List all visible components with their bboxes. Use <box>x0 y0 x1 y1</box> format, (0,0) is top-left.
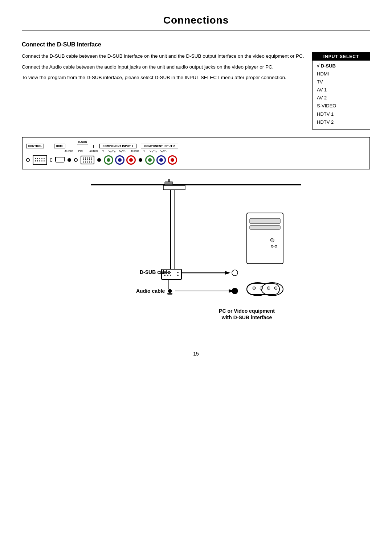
svg-rect-25 <box>250 218 280 223</box>
paragraph-3: To view the program from the D-SUB inter… <box>22 74 305 82</box>
paragraph-1: Connect the D-SUB cable between the D-SU… <box>22 52 305 60</box>
svg-rect-2 <box>163 185 185 190</box>
input-select-box: INPUT SELECT D-SUB HDMI TV AV 1 AV 2 S-V… <box>312 52 370 130</box>
page-title: Connections <box>22 15 370 26</box>
svg-point-33 <box>260 287 263 290</box>
component2-group <box>145 155 177 165</box>
svg-text:PC or Video equipment: PC or Video equipment <box>219 308 275 314</box>
panel-label-component1: COMPONENT INPUT 1 <box>99 144 137 148</box>
input-select-item-av2[interactable]: AV 2 <box>317 94 366 102</box>
section-heading: Connect the D-SUB Interface <box>22 41 370 48</box>
diagram-area: D-SUB cable Audio cable <box>22 177 370 329</box>
svg-point-32 <box>253 287 256 290</box>
connector-circle-2 <box>74 158 78 162</box>
diagram-inner: D-SUB cable Audio cable <box>69 177 323 329</box>
back-panel: CONTROL Hdmi D-SUB COMPONENT INPUT 1 COM… <box>22 137 370 169</box>
content-area: Connect the D-SUB cable between the D-SU… <box>22 52 370 130</box>
connector-control <box>33 155 47 165</box>
input-select-item-tv[interactable]: TV <box>317 78 366 86</box>
input-select-item-hdtv1[interactable]: HDTV 1 <box>317 110 366 118</box>
connector-row <box>26 155 366 165</box>
svg-point-27 <box>270 238 274 242</box>
panel-label-hdmi: Hdmi <box>54 144 65 148</box>
svg-point-29 <box>275 245 277 247</box>
input-select-header: INPUT SELECT <box>313 53 370 61</box>
rca-green-2 <box>145 155 155 165</box>
component1-group <box>104 155 136 165</box>
connector-dot2 <box>97 158 101 162</box>
rca-blue-2 <box>156 155 166 165</box>
svg-rect-42 <box>165 182 173 185</box>
rca-blue-1 <box>115 155 124 165</box>
svg-text:Audio cable: Audio cable <box>136 288 165 294</box>
rca-red-1 <box>126 155 136 165</box>
svg-point-14 <box>177 275 179 276</box>
diagram-svg: D-SUB cable Audio cable <box>69 177 323 329</box>
connector-control-circle <box>26 158 30 162</box>
main-text: Connect the D-SUB cable between the D-SU… <box>22 52 305 130</box>
svg-point-13 <box>177 272 179 273</box>
page-number: 15 <box>22 351 370 357</box>
svg-rect-1 <box>91 185 301 185</box>
paragraph-2: Connect the Audio cable between the audi… <box>22 63 305 71</box>
title-divider <box>22 30 370 30</box>
rca-green-1 <box>104 155 113 165</box>
rca-red-2 <box>168 155 177 165</box>
panel-label-dsub: D-SUB <box>72 140 94 148</box>
panel-label-control: CONTROL <box>26 144 44 148</box>
svg-rect-20 <box>167 293 172 295</box>
input-select-item-av1[interactable]: AV 1 <box>317 86 366 94</box>
svg-point-19 <box>168 289 172 293</box>
input-select-item-dsub[interactable]: D-SUB <box>317 62 366 70</box>
svg-rect-0 <box>91 184 301 185</box>
svg-point-37 <box>232 270 238 276</box>
connector-dot3 <box>139 158 142 162</box>
panel-sublabels: AUDIO PIC AUDIO Y Cb/Pb Cr/Pr AUDIO Y Cb… <box>26 149 366 153</box>
input-select-item-hdtv2[interactable]: HDTV 2 <box>317 118 366 126</box>
panel-label-component2: COMPONENT INPUT 2 <box>141 144 178 148</box>
svg-point-35 <box>274 287 277 290</box>
svg-marker-16 <box>225 271 230 275</box>
connector-small-rect <box>50 158 52 162</box>
svg-point-34 <box>267 287 270 290</box>
svg-text:D-SUB cable: D-SUB cable <box>140 269 170 275</box>
svg-point-28 <box>271 245 273 247</box>
input-select-item-svideo[interactable]: S-VIDEO <box>317 102 366 110</box>
connector-dot <box>68 158 71 162</box>
connector-hdmi <box>55 157 65 163</box>
svg-point-38 <box>232 288 238 294</box>
svg-rect-26 <box>250 226 280 229</box>
input-select-item-hdmi[interactable]: HDMI <box>317 70 366 78</box>
connector-vga-audio <box>81 156 94 164</box>
svg-text:with D-SUB interface: with D-SUB interface <box>221 315 272 320</box>
input-select-list: D-SUB HDMI TV AV 1 AV 2 S-VIDEO HDTV 1 H… <box>313 61 370 129</box>
